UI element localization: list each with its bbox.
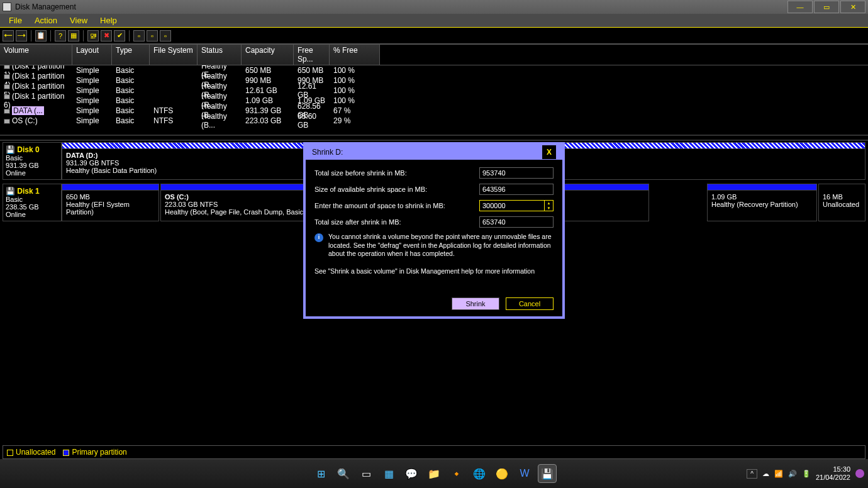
col-freespace[interactable]: Free Sp... (294, 45, 330, 65)
toolbar-icon[interactable]: ✔ (114, 30, 125, 42)
dialog-body: Total size before shrink in MB: Size of … (306, 160, 562, 297)
system-tray: ^ ☁ 📶 🔊 🔋 15:30 21/04/2022 (747, 465, 864, 482)
legend-unallocated: Unallocated (7, 448, 55, 457)
toolbar-icon[interactable]: 📋 (35, 30, 47, 42)
forward-button[interactable]: ⭢ (16, 30, 27, 42)
back-button[interactable]: ⭠ (3, 30, 14, 42)
toolbar-icon[interactable]: ▫ (160, 30, 171, 42)
shrink-dialog: Shrink D: X Total size before shrink in … (303, 142, 565, 319)
col-filesystem[interactable]: File System (150, 45, 198, 65)
toolbar-icon[interactable]: ▫ (147, 30, 158, 42)
label-shrink-amount: Enter the amount of space to shrink in M… (314, 202, 479, 209)
volume-row[interactable]: (Disk 1 partition 6)SimpleBasicHealthy (… (0, 96, 868, 106)
delete-icon[interactable]: ✖ (101, 30, 112, 42)
window-title: Disk Management (15, 3, 76, 11)
task-view-icon[interactable]: ▭ (357, 464, 376, 483)
field-available (479, 184, 554, 195)
volume-row[interactable]: OS (C:)SimpleBasicNTFSHealthy (B...223.0… (0, 116, 868, 126)
splitter[interactable] (0, 135, 868, 141)
taskbar: ⊞ 🔍 ▭ ▦ 💬 📁 🔸 🌐 🟡 W 💾 ^ ☁ 📶 🔊 🔋 15:30 21… (0, 459, 868, 488)
menu-view[interactable]: View (64, 14, 94, 26)
shrink-button[interactable]: Shrink (452, 297, 499, 310)
cancel-button[interactable]: Cancel (506, 297, 554, 310)
partition[interactable]: 16 MBUnallocated (818, 184, 865, 221)
col-capacity[interactable]: Capacity (242, 45, 294, 65)
label-available: Size of available shrink space in MB: (314, 186, 479, 193)
widgets-icon[interactable]: ▦ (379, 464, 398, 483)
chrome-icon[interactable]: 🟡 (492, 464, 511, 483)
dialog-titlebar[interactable]: Shrink D: X (306, 145, 562, 160)
menu-action[interactable]: Action (28, 14, 64, 26)
label-total-after: Total size after shrink in MB: (314, 218, 479, 226)
legend-primary: Primary partition (63, 448, 126, 457)
diskmgmt-icon[interactable]: 💾 (538, 464, 557, 483)
toolbar-icon[interactable]: ▫ (133, 30, 145, 42)
volume-list: (Disk 1 partition 1)SimpleBasicHealthy (… (0, 65, 868, 135)
explorer-icon[interactable]: 📁 (425, 464, 443, 483)
col-layout[interactable]: Layout (72, 45, 112, 65)
app-icon (3, 3, 11, 11)
spinner[interactable]: ▲▼ (545, 200, 554, 211)
field-shrink-amount[interactable] (479, 200, 545, 211)
partition[interactable]: 1.09 GBHealthy (Recovery Partition) (707, 184, 817, 221)
col-pctfree[interactable]: % Free (330, 45, 380, 65)
toolbar: ⭠ ⭢ 📋 ? ▦ 🖳 ✖ ✔ ▫ ▫ ▫ (0, 28, 868, 44)
col-status[interactable]: Status (198, 45, 242, 65)
toolbar-icon[interactable]: 🖳 (87, 30, 99, 42)
dialog-close-button[interactable]: X (542, 145, 556, 159)
close-button[interactable]: ✕ (840, 1, 865, 13)
partition[interactable]: 650 MBHealthy (EFI System Partition) (62, 184, 159, 221)
help-icon[interactable]: ? (55, 30, 66, 42)
start-button[interactable]: ⊞ (311, 464, 330, 483)
app-icon[interactable]: 🔸 (447, 464, 466, 483)
label-total-before: Total size before shrink in MB: (314, 169, 479, 177)
menubar: File Action View Help (0, 14, 868, 28)
field-total-after (479, 216, 554, 228)
volume-row[interactable]: (Disk 1 partition 4)SimpleBasicHealthy (… (0, 75, 868, 86)
minimize-button[interactable]: — (787, 1, 813, 13)
dialog-info: i You cannot shrink a volume beyond the … (314, 233, 554, 258)
menu-help[interactable]: Help (94, 14, 123, 26)
battery-icon[interactable]: 🔋 (802, 470, 811, 478)
legend: Unallocated Primary partition (3, 445, 865, 459)
wifi-icon[interactable]: 📶 (774, 470, 783, 478)
word-icon[interactable]: W (515, 464, 534, 483)
volume-list-header: Volume Layout Type File System Status Ca… (0, 44, 868, 65)
menu-file[interactable]: File (3, 14, 28, 26)
edge-icon[interactable]: 🌐 (470, 464, 489, 483)
clock[interactable]: 15:30 21/04/2022 (816, 465, 850, 482)
volume-row[interactable]: (Disk 1 partition 5)SimpleBasicHealthy (… (0, 86, 868, 96)
chat-icon[interactable]: 💬 (402, 464, 421, 483)
toolbar-icon[interactable]: ▦ (68, 30, 79, 42)
taskbar-center: ⊞ 🔍 ▭ ▦ 💬 📁 🔸 🌐 🟡 W 💾 (311, 464, 557, 483)
volume-row[interactable]: (Disk 1 partition 1)SimpleBasicHealthy (… (0, 65, 868, 75)
info-icon: i (314, 233, 323, 242)
volume-row[interactable]: DATA (...SimpleBasicNTFSHealthy (B...931… (0, 106, 868, 116)
dialog-title: Shrink D: (312, 148, 542, 157)
tray-chevron-icon[interactable]: ^ (747, 469, 757, 479)
dialog-help-text: See "Shrink a basic volume" in Disk Mana… (314, 267, 554, 275)
col-volume[interactable]: Volume (0, 45, 72, 65)
maximize-button[interactable]: ▭ (814, 1, 839, 13)
volume-icon[interactable]: 🔊 (788, 470, 797, 478)
onedrive-icon[interactable]: ☁ (762, 470, 769, 478)
col-type[interactable]: Type (112, 45, 150, 65)
field-total-before (479, 167, 554, 179)
notifications-icon[interactable] (855, 469, 864, 478)
window-titlebar: Disk Management — ▭ ✕ (0, 0, 868, 14)
search-icon[interactable]: 🔍 (334, 464, 353, 483)
